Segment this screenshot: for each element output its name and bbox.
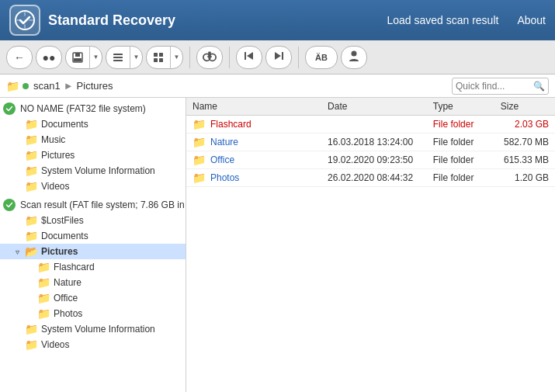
pictures2-label: Pictures: [41, 246, 78, 257]
save-icon: [66, 46, 89, 69]
svg-rect-2: [75, 53, 80, 57]
sysvolinfo1-label: System Volume Information: [41, 165, 155, 176]
tree-documents-1[interactable]: 📁 Documents: [0, 116, 186, 132]
file-name-cell: 📁 Nature: [193, 136, 315, 148]
preview-button[interactable]: ÄB: [305, 46, 338, 69]
tree-pictures-1[interactable]: 📁 Pictures: [0, 147, 186, 163]
next-button[interactable]: [265, 46, 292, 69]
videos2-label: Videos: [41, 339, 69, 350]
file-type: File folder: [427, 169, 494, 187]
tree-music[interactable]: 📁 Music: [0, 132, 186, 147]
col-header-size[interactable]: Size: [494, 98, 555, 116]
sysvolinfo2-label: System Volume Information: [41, 324, 155, 335]
preview-icon: ÄB: [315, 53, 328, 62]
table-row[interactable]: 📁 Flashcard File folder 2.03 GB: [186, 116, 555, 134]
app-title: Standard Recovery: [48, 12, 387, 29]
svg-rect-9: [154, 58, 158, 62]
table-row[interactable]: 📁 Photos 26.02.2020 08:44:32 File folder…: [186, 169, 555, 187]
svg-marker-18: [275, 52, 281, 60]
search-icon: ●●: [43, 51, 56, 64]
toolbar-separator-2: [229, 47, 230, 68]
tree-drive-2[interactable]: Scan result (FAT file system; 7.86 GB in…: [0, 197, 186, 213]
person-icon: [348, 50, 360, 64]
quick-find-icon[interactable]: 🔍: [533, 81, 545, 92]
documents1-label: Documents: [41, 119, 88, 130]
file-date: 16.03.2018 13:24:00: [321, 134, 427, 151]
file-type: File folder: [427, 116, 494, 134]
tree-videos-1[interactable]: 📁 Videos: [0, 179, 186, 194]
col-header-date[interactable]: Date: [321, 98, 427, 116]
file-name: Flashcard: [210, 119, 251, 130]
drive1-icon: [3, 102, 16, 115]
app-header: Standard Recovery Load saved scan result…: [0, 0, 555, 40]
tree-lostfiles[interactable]: 📁 $LostFiles: [0, 213, 186, 228]
tree-flashcard-sub[interactable]: 📁 Flashcard: [0, 259, 186, 275]
breadcrumb-bar: 📁 scan1 ► Pictures 🔍: [0, 75, 555, 98]
table-row[interactable]: 📁 Nature 16.03.2018 13:24:00 File folder…: [186, 134, 555, 151]
find-button[interactable]: [196, 46, 223, 69]
main-area: NO NAME (FAT32 file system) 📁 Documents …: [0, 98, 555, 392]
quick-find-input[interactable]: [456, 81, 533, 92]
svg-rect-3: [74, 58, 82, 61]
file-size: 2.03 GB: [494, 116, 555, 134]
svg-marker-16: [247, 52, 253, 60]
list-view-button[interactable]: ▼: [106, 46, 143, 69]
file-type: File folder: [427, 134, 494, 151]
file-date: 19.02.2020 09:23:50: [321, 151, 427, 169]
file-type: File folder: [427, 151, 494, 169]
tree-sysvolinfo-2[interactable]: 📁 System Volume Information: [0, 321, 186, 337]
breadcrumb-indicator: [23, 83, 29, 89]
folder-icon: 📁: [193, 172, 206, 184]
svg-rect-4: [113, 54, 123, 55]
file-name-cell: 📁 Photos: [193, 172, 315, 184]
office-sub-label: Office: [54, 293, 78, 304]
tree-sysvolinfo-1[interactable]: 📁 System Volume Information: [0, 163, 186, 179]
load-scan-link[interactable]: Load saved scan result: [387, 14, 498, 26]
tree-office-sub[interactable]: 📁 Office: [0, 290, 186, 306]
save-button[interactable]: ▼: [65, 46, 102, 69]
svg-rect-5: [113, 57, 123, 58]
tree-drive-1[interactable]: NO NAME (FAT32 file system): [0, 101, 186, 116]
search-button[interactable]: ●●: [36, 46, 62, 69]
prev-button[interactable]: [236, 46, 262, 69]
grid-view-dropdown-arrow[interactable]: ▼: [170, 46, 182, 69]
tree-nature-sub[interactable]: 📁 Nature: [0, 275, 186, 290]
list-view-dropdown-arrow[interactable]: ▼: [130, 46, 142, 69]
file-table: Name Date Type Size 📁 Flashcard: [186, 98, 555, 187]
grid-view-button[interactable]: ▼: [146, 46, 183, 69]
tree-photos-sub[interactable]: 📁 Photos: [0, 306, 186, 321]
table-row[interactable]: 📁 Office 19.02.2020 09:23:50 File folder…: [186, 151, 555, 169]
folder-icon: 📁: [37, 276, 50, 289]
file-panel: Name Date Type Size 📁 Flashcard: [186, 98, 555, 392]
file-name: Office: [210, 154, 234, 165]
drive2-label: Scan result (FAT file system; 7.86 GB in…: [20, 199, 186, 210]
svg-rect-15: [245, 52, 246, 60]
folder-light-icon: 📁: [37, 261, 50, 273]
drive2-icon: [3, 199, 16, 211]
person-button[interactable]: [341, 46, 367, 69]
tree-pictures-2[interactable]: ▿ 📂 Pictures: [0, 244, 186, 259]
col-header-name[interactable]: Name: [186, 98, 321, 116]
file-name: Nature: [210, 137, 238, 147]
save-dropdown-arrow[interactable]: ▼: [89, 46, 102, 69]
back-icon: ←: [14, 51, 25, 64]
back-button[interactable]: ←: [6, 46, 33, 69]
svg-rect-8: [159, 53, 163, 57]
folder-icon: 📁: [25, 338, 38, 351]
folder-icon: 📁: [37, 292, 50, 304]
col-header-type[interactable]: Type: [427, 98, 494, 116]
binoculars-icon: [203, 49, 217, 65]
pictures1-label: Pictures: [41, 150, 75, 161]
folder-icon: 📁: [25, 180, 38, 193]
lostfiles-label: $LostFiles: [41, 215, 84, 226]
file-size: 1.20 GB: [494, 169, 555, 187]
about-link[interactable]: About: [517, 14, 546, 26]
folder-icon: 📁: [25, 230, 38, 242]
svg-rect-17: [282, 52, 283, 60]
folder-icon: 📁: [193, 154, 206, 166]
folder-icon: 📁: [25, 323, 38, 335]
breadcrumb-path: Pictures: [77, 80, 113, 92]
tree-videos-2[interactable]: 📁 Videos: [0, 337, 186, 352]
expand-icon: ▿: [16, 248, 23, 256]
tree-documents-2[interactable]: 📁 Documents: [0, 228, 186, 244]
